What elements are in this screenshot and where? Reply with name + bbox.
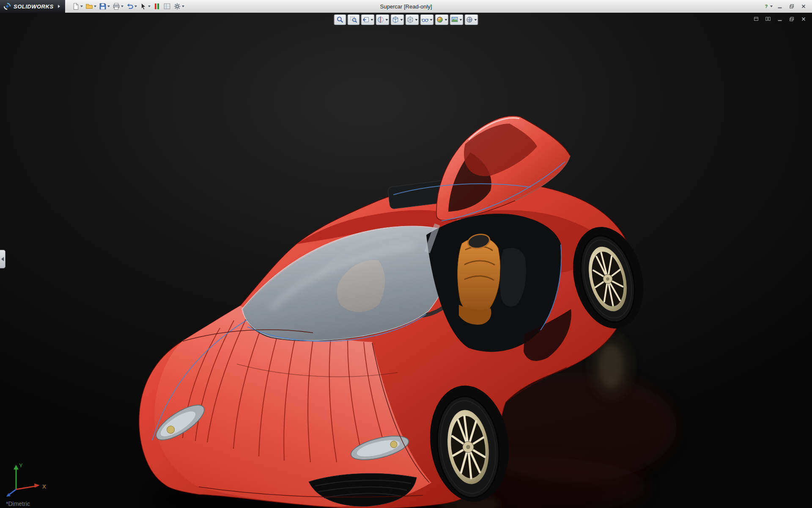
arrange-windows-button[interactable] xyxy=(764,15,772,23)
dispstyle-icon xyxy=(407,16,414,23)
dropdown-arrow-icon[interactable] xyxy=(415,19,418,21)
winnew-icon xyxy=(753,16,759,22)
rebuild-button[interactable] xyxy=(152,1,162,11)
dropdown-arrow-icon[interactable] xyxy=(460,19,462,21)
file-properties-button[interactable] xyxy=(162,1,172,11)
titlebar: SOLIDWORKS Supercar [Read-only] ? xyxy=(0,0,812,13)
winrestore-icon xyxy=(789,16,795,22)
restore-window-button[interactable] xyxy=(787,2,797,11)
edit-appearance-button[interactable] xyxy=(435,14,449,25)
collapse-arrow-icon xyxy=(1,257,4,261)
save-document-button[interactable] xyxy=(98,1,111,11)
x-axis-label: X xyxy=(42,483,46,490)
gear-icon xyxy=(173,3,181,10)
floppy-icon xyxy=(99,3,107,10)
document-title: Supercar [Read-only] xyxy=(380,3,432,10)
dropdown-arrow-icon[interactable] xyxy=(148,6,151,7)
help-icon: ? xyxy=(763,3,769,9)
section-icon xyxy=(377,16,384,23)
printer-icon xyxy=(112,3,120,10)
dropdown-arrow-icon[interactable] xyxy=(80,6,83,7)
ball-icon xyxy=(436,16,444,23)
winrestore-icon xyxy=(789,3,795,9)
winclose-icon xyxy=(801,3,807,9)
dropdown-arrow-icon[interactable] xyxy=(445,19,447,21)
close-document-button[interactable] xyxy=(799,15,808,23)
winmin-icon xyxy=(777,3,783,9)
view-settings-button[interactable] xyxy=(465,14,478,25)
hide-show-items-button[interactable] xyxy=(420,14,434,25)
3ds-compass-icon xyxy=(3,3,11,10)
winclose-icon xyxy=(801,16,807,22)
prevview-icon xyxy=(362,16,370,23)
page-icon xyxy=(72,3,80,10)
dropdown-arrow-icon[interactable] xyxy=(107,6,110,7)
glasses-icon xyxy=(422,16,429,23)
svg-text:?: ? xyxy=(765,4,768,9)
minimize-window-button[interactable] xyxy=(775,2,785,11)
apply-scene-button[interactable] xyxy=(450,14,464,25)
solidworks-logo[interactable]: SOLIDWORKS xyxy=(0,0,65,13)
document-window-controls xyxy=(752,15,808,23)
undo-icon xyxy=(126,3,134,10)
dropdown-arrow-icon[interactable] xyxy=(475,19,477,21)
cursor-icon xyxy=(140,3,147,10)
open-document-button[interactable] xyxy=(85,1,97,11)
dropdown-arrow-icon[interactable] xyxy=(182,6,184,7)
graphics-viewport[interactable]: X Y *Dimetric xyxy=(0,13,812,508)
window-controls: ? xyxy=(763,2,812,11)
brand-name: SOLIDWORKS xyxy=(14,3,54,10)
dropdown-arrow-icon[interactable] xyxy=(386,19,388,21)
viewset-icon xyxy=(466,16,473,23)
sheet-icon xyxy=(163,3,171,10)
standard-toolbar xyxy=(71,1,185,11)
featuremanager-collapse-tab[interactable] xyxy=(0,250,5,268)
restore-document-button[interactable] xyxy=(787,15,796,23)
view-orientation-label: *Dimetric xyxy=(6,500,30,507)
dropdown-arrow-icon[interactable] xyxy=(121,6,123,7)
section-view-button[interactable] xyxy=(376,14,390,25)
dropdown-arrow-icon[interactable] xyxy=(401,19,403,21)
view-orientation-button[interactable] xyxy=(391,14,404,25)
new-window-button[interactable] xyxy=(752,15,760,23)
supercar-model xyxy=(0,13,812,508)
minimize-document-button[interactable] xyxy=(776,15,784,23)
dropdown-arrow-icon[interactable] xyxy=(94,6,96,7)
dropdown-arrow-icon[interactable] xyxy=(770,6,773,7)
headsup-toolbar xyxy=(334,14,478,25)
magarea-icon xyxy=(350,16,357,23)
options-button[interactable] xyxy=(173,1,185,11)
winmin-icon xyxy=(777,16,783,22)
close-window-button[interactable] xyxy=(798,2,809,11)
new-document-button[interactable] xyxy=(71,1,84,11)
rebuild-icon xyxy=(153,3,161,10)
zoom-to-fit-button[interactable] xyxy=(334,14,346,25)
flyout-arrow-icon xyxy=(58,5,60,8)
previous-view-button[interactable] xyxy=(361,14,375,25)
winarrange-icon xyxy=(765,16,771,22)
undo-button[interactable] xyxy=(125,1,138,11)
print-document-button[interactable] xyxy=(112,1,124,11)
magnifier-icon xyxy=(337,16,344,23)
y-axis-label: Y xyxy=(19,462,23,469)
dropdown-arrow-icon[interactable] xyxy=(371,19,373,21)
dropdown-arrow-icon[interactable] xyxy=(134,6,137,7)
orientation-triad: X Y xyxy=(3,460,50,500)
zoom-to-area-button[interactable] xyxy=(348,14,360,25)
folder-icon xyxy=(85,3,93,10)
help-button[interactable]: ? xyxy=(763,2,773,11)
display-style-button[interactable] xyxy=(406,14,419,25)
select-button[interactable] xyxy=(139,1,151,11)
scene-icon xyxy=(451,16,458,23)
dropdown-arrow-icon[interactable] xyxy=(430,19,433,21)
cube-icon xyxy=(392,16,399,23)
